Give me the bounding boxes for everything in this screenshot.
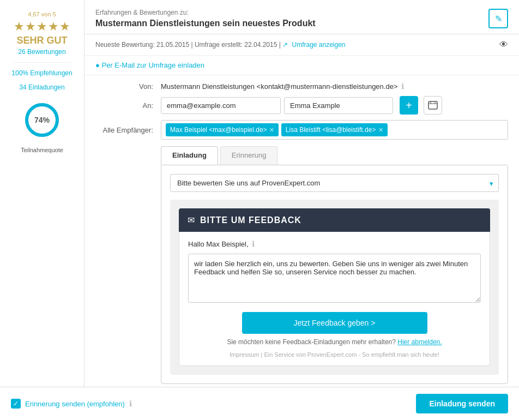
alle-empfaenger-label: Alle Empfänger: (95, 126, 161, 134)
von-row: Von: Mustermann Dienstleistungen <kontak… (95, 82, 508, 91)
bottom-bar: ✓ Erinnerung senden (empfohlen) ℹ Einlad… (0, 387, 519, 420)
invite-section: Per E-Mail zur Umfrage einladen (85, 56, 519, 75)
participation-circle: 74% (23, 101, 61, 139)
tabs-row: Einladung Erinnerung (161, 146, 508, 165)
send-button[interactable]: Einladung senden (416, 394, 508, 413)
header-title-section: Erfahrungen & Bewertungen zu: Mustermann… (95, 9, 316, 28)
contacts-icon (428, 101, 438, 110)
reminder-checkbox-label[interactable]: ✓ Erinnerung senden (empfohlen) ℹ (11, 399, 132, 409)
recipient-tag-1: Lisa Bleistift <lisa@bleistift.de> × (281, 123, 388, 136)
header-title: Mustermann Dienstleistungen sein neueste… (95, 19, 316, 28)
meta-info: Neueste Bewertung: 21.05.2015 | Umfrage … (95, 41, 346, 49)
greeting-row: Hallo Max Beispiel, ℹ (188, 239, 481, 248)
reminder-label: Erinnerung senden (empfohlen) (25, 400, 125, 408)
recipient-tag-0: Max Beispiel <max@beispiel.de> × (166, 123, 279, 136)
name-input[interactable] (284, 97, 393, 114)
edit-button[interactable]: ✎ (488, 9, 508, 28)
message-textarea[interactable]: wir laden Sie herzlich ein, uns zu bewer… (188, 254, 481, 303)
email-area: Bitte bewerten Sie uns auf ProvenExpert.… (161, 165, 508, 384)
email-preview-header: ✉ BITTE UM FEEDBACK (179, 208, 490, 232)
betreff-select[interactable]: Bitte bewerten Sie uns auf ProvenExpert.… (170, 174, 499, 192)
tab-erinnerung[interactable]: Erinnerung (220, 146, 278, 165)
sidebar-bewertungen: 26 Bewertungen (18, 48, 65, 56)
svg-text:74%: 74% (34, 116, 50, 124)
an-row: An: + (95, 96, 508, 115)
unsubscribe-text: Sie möchten keine Feedback-Einladungen m… (188, 338, 481, 346)
an-label: An: (95, 101, 161, 110)
sidebar-stars: ★★★★★ (14, 20, 71, 34)
recipient-label-1: Lisa Bleistift <lisa@bleistift.de> (286, 126, 376, 134)
feedback-button[interactable]: Jetzt Feedback geben > (242, 312, 427, 334)
sidebar-quality-label: SEHR GUT (16, 35, 67, 46)
tab-einladung[interactable]: Einladung (161, 146, 218, 165)
main-header: Erfahrungen & Bewertungen zu: Mustermann… (85, 0, 519, 34)
von-label: Von: (95, 82, 161, 91)
greeting-text: Hallo Max Beispiel, (188, 240, 249, 248)
form-section: Von: Mustermann Dienstleistungen <kontak… (85, 75, 519, 391)
sidebar: 4,67 von 5 ★★★★★ SEHR GUT 26 Bewertungen… (0, 0, 85, 420)
meta-bar: Neueste Bewertung: 21.05.2015 | Umfrage … (85, 34, 519, 56)
email-preview: ✉ BITTE UM FEEDBACK Hallo Max Beispiel, … (170, 200, 499, 375)
betreff-row: Bitte bewerten Sie uns auf ProvenExpert.… (170, 174, 499, 192)
sidebar-empfehlungen: 100% Empfehlungen (11, 69, 72, 77)
email-preview-body: Hallo Max Beispiel, ℹ wir laden Sie herz… (179, 232, 490, 366)
email-icon: ✉ (188, 215, 195, 225)
umfrage-anzeigen-link[interactable]: Umfrage anzeigen (292, 41, 345, 49)
email-input[interactable] (161, 97, 281, 114)
email-header-title: BITTE UM FEEDBACK (200, 215, 301, 225)
neueste-bewertung: Neueste Bewertung: 21.05.2015 (95, 41, 189, 49)
footer-text: Impressum | Ein Service von ProvenExpert… (188, 351, 481, 358)
an-inputs: + (161, 96, 442, 115)
header-subtitle: Erfahrungen & Bewertungen zu: (95, 9, 316, 16)
sidebar-divider (13, 62, 71, 63)
unsubscribe-link[interactable]: Hier abmelden. (397, 338, 442, 346)
recipient-remove-0[interactable]: × (270, 125, 274, 134)
greeting-info-icon[interactable]: ℹ (252, 239, 255, 248)
eye-icon[interactable]: 👁 (499, 40, 508, 50)
von-email: Mustermann Dienstleistungen <kontakt@mus… (161, 82, 398, 91)
umfrage-erstellt: Umfrage erstellt: 22.04.2015 (195, 41, 277, 49)
add-recipient-button[interactable]: + (400, 96, 418, 115)
invite-link[interactable]: Per E-Mail zur Umfrage einladen (95, 61, 204, 69)
sidebar-rating-text: 4,67 von 5 (28, 11, 56, 17)
svg-rect-3 (429, 101, 437, 109)
sidebar-teilnahmequote: Teilnahmequote (21, 147, 63, 153)
external-link-icon: ↗ (282, 41, 288, 49)
recipient-label-0: Max Beispiel <max@beispiel.de> (170, 126, 267, 134)
recipient-remove-1[interactable]: × (378, 125, 383, 134)
recipients-container: Max Beispiel <max@beispiel.de> × Lisa Bl… (161, 120, 508, 140)
reminder-info-icon[interactable]: ℹ (129, 399, 132, 408)
reminder-checkbox[interactable]: ✓ (11, 399, 21, 409)
von-value: Mustermann Dienstleistungen <kontakt@mus… (161, 82, 404, 91)
alle-empfaenger-row: Alle Empfänger: Max Beispiel <max@beispi… (95, 120, 508, 140)
von-info-icon[interactable]: ℹ (401, 82, 404, 91)
sidebar-einladungen: 34 Einladungen (19, 83, 64, 91)
main-content: Erfahrungen & Bewertungen zu: Mustermann… (85, 0, 519, 420)
contacts-button[interactable] (424, 96, 442, 115)
betreff-wrapper: Bitte bewerten Sie uns auf ProvenExpert.… (170, 174, 499, 192)
